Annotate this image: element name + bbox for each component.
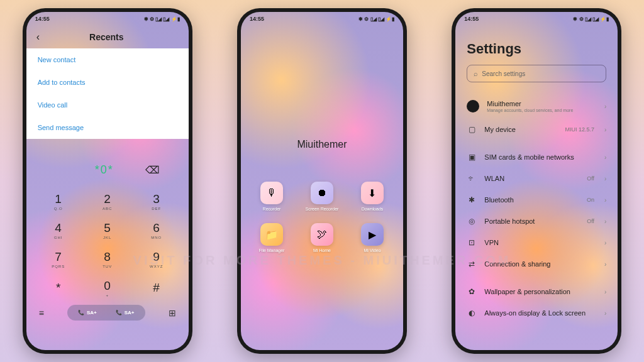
key-letters: ABC [103, 207, 112, 211]
backspace-icon[interactable]: ⌫ [145, 164, 160, 176]
dialpad-key-5[interactable]: 5JKL [83, 216, 132, 244]
search-input[interactable]: ⌕ Search settings [467, 65, 606, 82]
home-screen[interactable]: Miuithemer 🎙Recorder⏺Screen Recorder⬇Dow… [241, 26, 403, 350]
dialpad-key-#[interactable]: # [132, 273, 181, 302]
settings-row-always-on-display-lock-screen[interactable]: ◐Always-on display & Lock screen› [455, 302, 618, 324]
chevron-right-icon: › [604, 175, 606, 182]
chevron-right-icon: › [604, 310, 606, 317]
app-label: Screen Recorder [306, 207, 339, 212]
settings-header: Settings ⌕ Search settings [455, 26, 618, 89]
header-recents: ‹ Recents [26, 26, 189, 48]
app-screen-recorder[interactable]: ⏺Screen Recorder [300, 182, 344, 212]
setting-icon: ✱ [467, 195, 477, 204]
phone-frame-dialer: 14:55 ✱ ⚙ ▯◢ ▯◢ ⚡▮ ‹ Recents New contact… [23, 8, 192, 354]
app-icon-image: 🕊 [311, 223, 333, 246]
setting-label: SIM cards & mobile networks [484, 153, 594, 161]
chevron-right-icon: › [604, 126, 606, 133]
settings-account-row[interactable]: Miuithemer Manage accounts, cloud servic… [455, 94, 618, 119]
action-add-to-contacts[interactable]: Add to contacts [26, 71, 189, 94]
key-letters: + [106, 293, 109, 297]
app-icon-image: 📁 [260, 223, 283, 246]
app-icon-image: ⏺ [311, 182, 333, 204]
dialpad-key-0[interactable]: 0+ [83, 273, 132, 302]
app-recorder[interactable]: 🎙Recorder [250, 182, 294, 212]
dial-display: *0* ⌫ [26, 156, 189, 183]
search-icon: ⌕ [474, 70, 478, 77]
app-label: Recorder [263, 207, 281, 212]
key-digit: 1 [55, 192, 62, 206]
setting-value: On [587, 197, 594, 203]
app-grid: 🎙Recorder⏺Screen Recorder⬇Downloads📁File… [250, 182, 394, 254]
status-time: 14:55 [464, 16, 479, 22]
chevron-right-icon: › [604, 103, 606, 110]
settings-row-wallpaper-personalization[interactable]: ✿Wallpaper & personalization› [455, 281, 618, 302]
dialpad-key-1[interactable]: 1Q.O [34, 187, 83, 216]
setting-value: MIUI 12.5.7 [565, 126, 594, 133]
key-digit: 6 [153, 221, 160, 235]
key-digit: 2 [104, 192, 111, 206]
action-send-message[interactable]: Send message [26, 116, 189, 139]
search-placeholder: Search settings [482, 70, 525, 77]
settings-row-sim-cards-mobile-networks[interactable]: ▣SIM cards & mobile networks› [455, 146, 618, 168]
dialpad-key-3[interactable]: 3DEF [132, 187, 181, 216]
key-digit: 4 [55, 221, 62, 235]
app-icon-image: 🎙 [260, 182, 283, 204]
key-digit: 3 [153, 192, 160, 206]
key-letters: MNO [151, 236, 162, 239]
menu-icon[interactable]: ≡ [39, 308, 44, 318]
avatar-icon [467, 100, 479, 112]
chevron-right-icon: › [604, 288, 606, 295]
key-digit: 5 [104, 221, 111, 235]
app-downloads[interactable]: ⬇Downloads [350, 182, 394, 212]
setting-icon: ▢ [467, 125, 477, 134]
settings-row-my-device[interactable]: ▢My deviceMIUI 12.5.7› [455, 119, 618, 140]
setting-icon: ⊡ [467, 238, 477, 247]
sim-call-buttons: 📞 SA+ 📞 SA+ [67, 305, 145, 321]
watermark: VISIT FOR MORE THEMES - MIUITHEMER.COM [0, 253, 644, 268]
action-new-contact[interactable]: New contact [26, 48, 189, 71]
setting-label: Wallpaper & personalization [484, 288, 594, 295]
dialpad-key-*[interactable]: * [34, 273, 83, 302]
app-file-manager[interactable]: 📁File Manager [250, 223, 294, 253]
back-icon[interactable]: ‹ [36, 31, 40, 43]
action-menu: New contact Add to contacts Video call S… [26, 48, 189, 139]
key-digit: 0 [104, 279, 111, 293]
setting-label: WLAN [484, 175, 579, 182]
key-digit: * [56, 281, 60, 295]
dialpad-key-4[interactable]: 4GHI [34, 216, 83, 244]
setting-icon: ᯤ [467, 174, 477, 183]
key-digit: # [153, 281, 160, 295]
dialpad-toggle-icon[interactable]: ⊞ [169, 308, 176, 318]
status-icons: ✱ ⚙ ▯◢ ▯◢ ⚡▮ [573, 16, 609, 22]
key-letters: Q.O [54, 207, 63, 211]
chevron-right-icon: › [604, 239, 606, 246]
status-bar: 14:55 ✱ ⚙ ▯◢ ▯◢ ⚡▮ [241, 12, 403, 26]
app-mi-video[interactable]: ▶Mi Video [350, 223, 394, 253]
settings-row-portable-hotspot[interactable]: ◎Portable hotspotOff› [455, 211, 618, 232]
call-sim1-button[interactable]: 📞 SA+ [69, 307, 106, 319]
setting-label: My device [484, 126, 557, 133]
app-icon-image: ⬇ [361, 182, 384, 204]
dial-bottom-bar: ≡ 📞 SA+ 📞 SA+ ⊞ [26, 302, 189, 326]
settings-row-bluetooth[interactable]: ✱BluetoothOn› [455, 189, 618, 211]
settings-row-vpn[interactable]: ⊡VPN› [455, 232, 618, 253]
dialpad-key-2[interactable]: 2ABC [83, 187, 132, 216]
call-sim2-button[interactable]: 📞 SA+ [107, 307, 143, 319]
status-bar: 14:55 ✱ ⚙ ▯◢ ▯◢ ⚡▮ [455, 12, 618, 26]
setting-value: Off [587, 218, 594, 224]
app-icon-image: ▶ [361, 223, 384, 246]
chevron-right-icon: › [604, 154, 606, 161]
app-mi-home[interactable]: 🕊Mi Home [300, 223, 344, 253]
setting-icon: ◐ [467, 309, 477, 317]
page-title: Settings [467, 41, 606, 57]
dialpad-key-6[interactable]: 6MNO [132, 216, 181, 244]
setting-icon: ▣ [467, 153, 477, 162]
setting-value: Off [587, 175, 594, 182]
account-name: Miuithemer [487, 100, 594, 107]
app-label: Downloads [362, 207, 384, 212]
status-time: 14:55 [250, 16, 264, 22]
key-letters: GHI [54, 236, 63, 239]
dialpad: 1Q.O2ABC3DEF4GHI5JKL6MNO7PQRS8TUV9WXYZ*0… [26, 183, 189, 302]
settings-row-wlan[interactable]: ᯤWLANOff› [455, 168, 618, 189]
action-video-call[interactable]: Video call [26, 94, 189, 116]
